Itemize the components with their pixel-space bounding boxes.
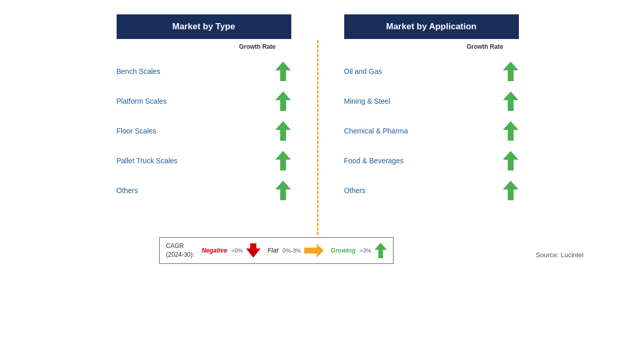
growing-range: >3% — [360, 247, 371, 254]
up-arrow-icon-1 — [275, 91, 291, 111]
svg-marker-9 — [502, 181, 518, 200]
svg-marker-5 — [502, 62, 518, 81]
right-panel: Market by Application Growth Rate Oil an… — [344, 14, 519, 205]
left-item-row: Floor Scales — [117, 116, 291, 146]
up-arrow-icon-2 — [275, 121, 291, 141]
cagr-label: CAGR — [166, 242, 184, 250]
right-up-arrow-icon-1 — [502, 91, 519, 111]
svg-marker-10 — [246, 243, 260, 258]
left-item-label-3: Pallet Truck Scales — [117, 157, 275, 165]
svg-marker-7 — [502, 121, 518, 141]
right-panel-header: Market by Application — [344, 14, 519, 39]
right-item-row: Chemical & Pharma — [344, 116, 519, 146]
right-item-row: Oil and Gas — [344, 56, 519, 86]
left-item-label-1: Platform Scales — [117, 97, 275, 105]
right-up-arrow-icon-4 — [502, 181, 519, 200]
left-growth-rate-label: Growth Rate — [117, 39, 291, 54]
source-text: Source: Lucintel — [536, 251, 584, 259]
right-item-label-0: Oil and Gas — [344, 67, 502, 75]
right-growth-rate-label: Growth Rate — [344, 39, 519, 54]
right-item-label-4: Others — [344, 186, 502, 195]
svg-marker-2 — [275, 121, 290, 141]
svg-marker-6 — [502, 91, 518, 111]
svg-marker-3 — [275, 151, 290, 170]
flat-range: 0%-3% — [283, 247, 301, 254]
cagr-years: (2024-30): — [166, 251, 194, 258]
left-item-label-4: Others — [117, 186, 275, 195]
legend-negative: Negative <0% — [201, 247, 242, 254]
flat-label: Flat — [268, 247, 278, 254]
legend-growing: Growing >3% — [331, 247, 371, 254]
up-arrow-icon-4 — [275, 181, 291, 200]
left-item-label-0: Bench Scales — [117, 67, 275, 75]
up-arrow-icon-0 — [275, 62, 291, 81]
up-arrow-icon-3 — [275, 151, 291, 170]
red-down-arrow-icon — [246, 243, 260, 258]
left-panel-header: Market by Type — [117, 14, 291, 39]
left-item-label-2: Floor Scales — [117, 127, 275, 135]
legend-box: CAGR (2024-30): Negative <0% Flat 0%-3% … — [159, 237, 394, 264]
left-item-row: Bench Scales — [117, 56, 291, 86]
left-panel: Market by Type Growth Rate Bench Scales … — [117, 14, 291, 205]
negative-range: <0% — [231, 247, 242, 254]
right-item-row: Others — [344, 176, 519, 205]
left-item-row: Platform Scales — [117, 86, 291, 116]
svg-marker-0 — [275, 62, 290, 81]
svg-marker-12 — [375, 243, 387, 258]
svg-marker-11 — [304, 244, 324, 258]
svg-marker-4 — [275, 181, 290, 200]
right-item-row: Mining & Steel — [344, 86, 519, 116]
green-up-arrow-legend-icon — [375, 243, 387, 258]
left-item-row: Pallet Truck Scales — [117, 146, 291, 176]
growing-label: Growing — [331, 247, 356, 254]
right-up-arrow-icon-2 — [502, 121, 519, 141]
orange-right-arrow-icon — [304, 243, 324, 258]
right-item-label-1: Mining & Steel — [344, 97, 502, 105]
right-up-arrow-icon-3 — [502, 151, 519, 170]
svg-marker-1 — [275, 91, 290, 111]
right-up-arrow-icon-0 — [502, 62, 519, 81]
left-item-row: Others — [117, 176, 291, 205]
negative-label: Negative — [201, 247, 227, 254]
right-item-row: Food & Beverages — [344, 146, 519, 176]
vertical-divider — [317, 40, 319, 235]
legend-flat: Flat 0%-3% — [268, 247, 301, 254]
right-item-label-2: Chemical & Pharma — [344, 127, 502, 135]
legend-cagr: CAGR (2024-30): — [166, 242, 194, 259]
right-item-label-3: Food & Beverages — [344, 157, 502, 165]
svg-marker-8 — [502, 151, 518, 170]
